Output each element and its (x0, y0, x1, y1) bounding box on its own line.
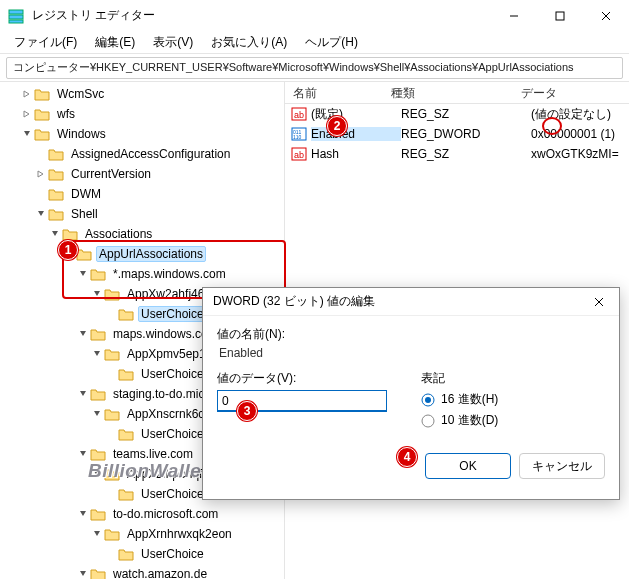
folder-icon (118, 427, 134, 441)
svg-rect-4 (556, 12, 564, 20)
ok-button[interactable]: OK (425, 453, 511, 479)
value-name-label: 値の名前(N): (217, 326, 605, 343)
folder-icon (104, 527, 120, 541)
base-label: 表記 (421, 370, 605, 387)
string-value-icon: ab (291, 146, 307, 162)
folder-icon (62, 227, 78, 241)
value-data-input[interactable] (217, 390, 387, 412)
window-title: レジストリ エディター (32, 7, 491, 24)
folder-icon (90, 267, 106, 281)
address-input[interactable]: コンピューター¥HKEY_CURRENT_USER¥Software¥Micro… (6, 57, 623, 79)
menu-help[interactable]: ヘルプ(H) (297, 32, 366, 53)
folder-icon (104, 467, 120, 481)
folder-icon (118, 487, 134, 501)
folder-icon (34, 87, 50, 101)
tree-node[interactable]: AppXrnhrwxqk2eon (6, 524, 284, 544)
folder-icon (104, 347, 120, 361)
column-data[interactable]: データ (513, 82, 629, 103)
folder-icon (118, 367, 134, 381)
folder-icon (104, 407, 120, 421)
tree-node-selected[interactable]: AppUrlAssociations (6, 244, 284, 264)
svg-text:ab: ab (294, 110, 304, 120)
folder-icon (34, 107, 50, 121)
folder-icon (34, 127, 50, 141)
regedit-icon (8, 8, 24, 24)
folder-icon (104, 287, 120, 301)
folder-icon (118, 547, 134, 561)
tree-node[interactable]: WcmSvc (6, 84, 284, 104)
folder-icon (118, 307, 134, 321)
menu-edit[interactable]: 編集(E) (87, 32, 143, 53)
tree-node[interactable]: CurrentVersion (6, 164, 284, 184)
tree-node[interactable]: *.maps.windows.com (6, 264, 284, 284)
radio-hex[interactable]: 16 進数(H) (421, 391, 605, 408)
minimize-button[interactable] (491, 0, 537, 32)
svg-text:ab: ab (294, 150, 304, 160)
column-type[interactable]: 種類 (383, 82, 513, 103)
edit-dword-dialog: DWORD (32 ビット) 値の編集 値の名前(N): Enabled 値のデ… (202, 287, 620, 500)
menu-bar: ファイル(F) 編集(E) 表示(V) お気に入り(A) ヘルプ(H) (0, 32, 629, 54)
close-button[interactable] (583, 0, 629, 32)
column-name[interactable]: 名前 (285, 82, 383, 103)
window-buttons (491, 0, 629, 32)
folder-icon (90, 567, 106, 579)
folder-icon (90, 327, 106, 341)
svg-rect-2 (9, 20, 23, 23)
value-name-field: Enabled (217, 346, 605, 360)
address-bar: コンピューター¥HKEY_CURRENT_USER¥Software¥Micro… (0, 54, 629, 82)
menu-file[interactable]: ファイル(F) (6, 32, 85, 53)
cancel-button[interactable]: キャンセル (519, 453, 605, 479)
tree-node[interactable]: DWM (6, 184, 284, 204)
list-row[interactable]: ab Hash REG_SZ xwOxGTK9zMI= (285, 144, 629, 164)
dialog-title: DWORD (32 ビット) 値の編集 (213, 293, 579, 310)
svg-rect-1 (9, 15, 23, 19)
title-bar: レジストリ エディター (0, 0, 629, 32)
folder-icon (90, 387, 106, 401)
menu-view[interactable]: 表示(V) (145, 32, 201, 53)
svg-point-18 (422, 415, 434, 427)
tree-node[interactable]: AssignedAccessConfiguration (6, 144, 284, 164)
folder-icon (90, 507, 106, 521)
tree-node[interactable]: UserChoice (6, 544, 284, 564)
folder-icon (48, 207, 64, 221)
tree-node[interactable]: Shell (6, 204, 284, 224)
folder-icon (48, 187, 64, 201)
maximize-button[interactable] (537, 0, 583, 32)
radio-checked-icon (421, 393, 435, 407)
list-row[interactable]: ab (既定) REG_SZ (値の設定なし) (285, 104, 629, 124)
svg-point-17 (425, 397, 431, 403)
list-row-selected[interactable]: 011110 Enabled REG_DWORD 0x00000001 (1) (285, 124, 629, 144)
value-data-label: 値のデータ(V): (217, 370, 401, 387)
tree-node[interactable]: watch.amazon.de (6, 564, 284, 579)
svg-rect-0 (9, 10, 23, 14)
dialog-titlebar: DWORD (32 ビット) 値の編集 (203, 288, 619, 316)
tree-node[interactable]: Windows (6, 124, 284, 144)
list-header: 名前 種類 データ (285, 82, 629, 104)
folder-icon (76, 247, 92, 261)
folder-icon (48, 167, 64, 181)
tree-node[interactable]: to-do.microsoft.com (6, 504, 284, 524)
tree-node[interactable]: Associations (6, 224, 284, 244)
radio-unchecked-icon (421, 414, 435, 428)
folder-icon (90, 447, 106, 461)
svg-text:110: 110 (293, 134, 302, 140)
folder-icon (48, 147, 64, 161)
dialog-close-button[interactable] (579, 288, 619, 316)
tree-node[interactable]: wfs (6, 104, 284, 124)
menu-favorites[interactable]: お気に入り(A) (203, 32, 295, 53)
radio-dec[interactable]: 10 進数(D) (421, 412, 605, 429)
string-value-icon: ab (291, 106, 307, 122)
dword-value-icon: 011110 (291, 126, 307, 142)
